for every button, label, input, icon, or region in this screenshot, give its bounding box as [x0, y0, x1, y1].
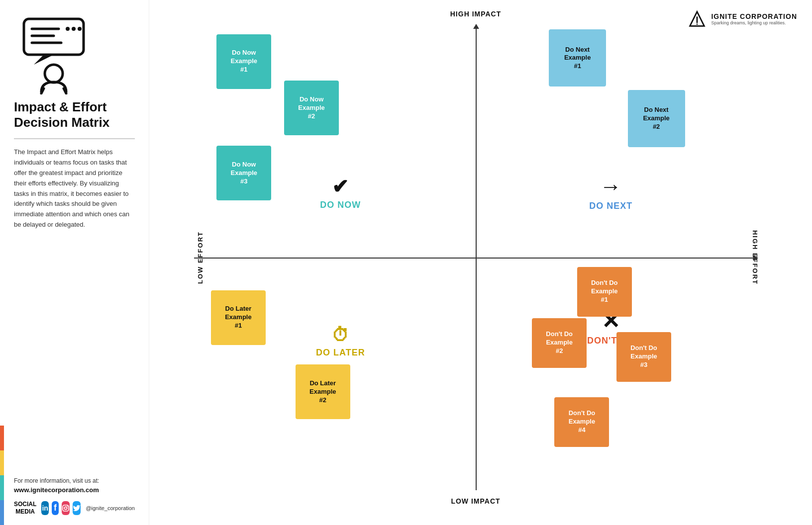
do-later-label: DO LATER	[316, 348, 365, 358]
vertical-axis	[476, 25, 477, 490]
quadrant-do-later: ⏱ DO LATER	[316, 325, 365, 358]
do-next-label: DO NEXT	[589, 200, 632, 211]
sidebar-description: The Impact and Effort Matrix helps indiv…	[14, 147, 135, 230]
card-dont-do-3: Don't DoExample#3	[616, 332, 671, 382]
matrix-grid: ✔ DO NOW → DO NEXT ⏱ DO LATER ✕ DON'T DO…	[194, 25, 757, 490]
svg-point-4	[66, 27, 70, 31]
card-do-later-1: Do LaterExample#1	[211, 290, 266, 345]
sidebar-title: Impact & Effort Decision Matrix	[14, 99, 135, 130]
sidebar: Impact & Effort Decision Matrix The Impa…	[0, 0, 149, 525]
quadrant-do-next: → DO NEXT	[589, 174, 632, 211]
axis-low-impact: LOW IMPACT	[451, 497, 500, 505]
card-do-now-3: Do NowExample#3	[216, 146, 271, 200]
linkedin-icon[interactable]: in	[41, 501, 49, 515]
facebook-icon[interactable]: f	[52, 501, 59, 515]
svg-point-10	[65, 507, 67, 509]
quadrant-do-now: ✔ DO NOW	[320, 175, 361, 210]
sidebar-footer: For more information, visit us at: www.i…	[14, 477, 135, 515]
twitter-icon[interactable]	[73, 501, 81, 515]
do-next-icon: →	[600, 174, 622, 198]
do-now-icon: ✔	[332, 175, 349, 197]
color-bar	[0, 426, 4, 525]
card-dont-do-4: Don't DoExample#4	[554, 397, 609, 447]
axis-high-impact: HIGH IMPACT	[450, 10, 502, 18]
svg-point-5	[72, 27, 76, 31]
visit-text: For more information, visit us at:	[14, 477, 135, 484]
matrix-container: HIGH IMPACT LOW IMPACT LOW EFFORT HIGH E…	[179, 10, 772, 505]
sidebar-logo	[14, 15, 94, 94]
do-now-label: DO NOW	[320, 199, 361, 210]
website-url[interactable]: www.ignitecorporation.com	[14, 486, 135, 494]
card-do-next-2: Do NextExample#2	[628, 90, 685, 147]
card-do-next-1: Do NextExample#1	[549, 29, 606, 87]
social-handle: @ignite_corporation	[86, 505, 135, 511]
instagram-icon[interactable]	[62, 501, 70, 515]
card-do-now-2: Do NowExample#2	[284, 81, 339, 135]
do-later-icon: ⏱	[331, 325, 350, 346]
card-do-later-2: Do LaterExample#2	[296, 364, 350, 419]
card-dont-do-2: Don't DoExample#2	[532, 318, 587, 368]
sidebar-divider	[14, 138, 135, 139]
card-dont-do-1: Don't DoExample#1	[577, 267, 632, 317]
svg-point-6	[78, 27, 82, 31]
social-label: SOCIAL MEDIA	[14, 501, 36, 515]
social-row: SOCIAL MEDIA in f @ignite_corporation	[14, 501, 135, 515]
main-content: IGNITE CORPORATION Sparking dreams, ligh…	[149, 0, 812, 525]
card-do-now-1: Do NowExample#1	[216, 34, 271, 89]
svg-point-7	[45, 65, 63, 83]
svg-point-12	[67, 506, 68, 507]
